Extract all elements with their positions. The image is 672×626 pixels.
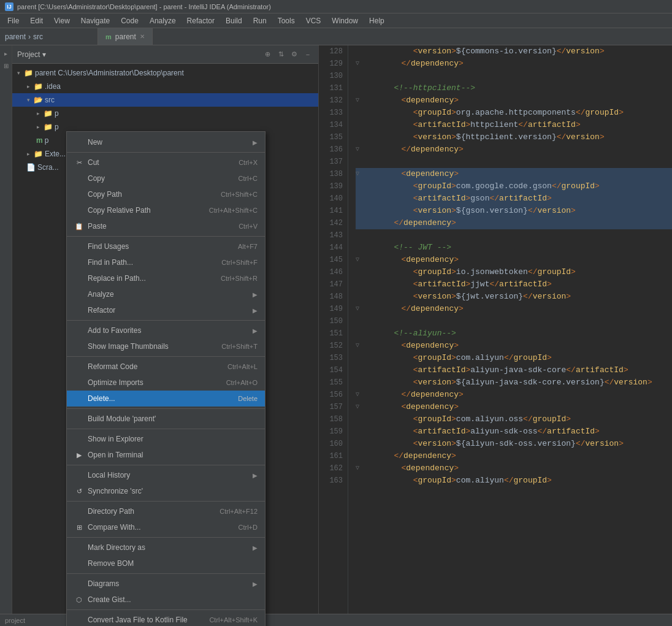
menu-item-view[interactable]: View	[49, 15, 75, 26]
line-num-143: 143	[324, 229, 343, 242]
ctx-mark-directory[interactable]: Mark Directory as ▶	[67, 540, 265, 555]
ctx-diagrams[interactable]: Diagrams ▶	[67, 576, 265, 592]
fold-btn-129[interactable]: ▽	[356, 58, 363, 70]
line-num-163: 163	[324, 475, 343, 487]
ctx-optimize-imports[interactable]: Optimize Imports Ctrl+Alt+O	[67, 375, 265, 391]
menu-item-build[interactable]: Build	[221, 15, 247, 26]
sidebar-close-icon[interactable]: −	[302, 49, 313, 60]
menu-item-refactor[interactable]: Refactor	[182, 15, 220, 26]
menu-item-tools[interactable]: Tools	[273, 15, 300, 26]
ctx-copy-path-shortcut: Ctrl+Shift+C	[221, 191, 258, 198]
ctx-find-usages-label: Find Usages	[88, 242, 238, 251]
ctx-replace-in-path-label: Replace in Path...	[88, 274, 221, 283]
menu-item-help[interactable]: Help	[364, 15, 389, 26]
ctx-convert-java-shortcut: Ctrl+Alt+Shift+K	[209, 616, 258, 624]
ctx-directory-path-label: Directory Path	[88, 507, 220, 516]
ctx-open-terminal[interactable]: ▶ Open in Terminal	[67, 447, 265, 463]
ctx-reformat[interactable]: Reformat Code Ctrl+Alt+L	[67, 359, 265, 375]
fold-btn-162[interactable]: ▽	[356, 462, 363, 475]
ctx-local-history-arrow: ▶	[253, 472, 258, 479]
ctx-analyze[interactable]: Analyze ▶	[67, 286, 265, 302]
ctx-convert-java[interactable]: Convert Java File to Kotlin File Ctrl+Al…	[67, 612, 265, 626]
tree-item-src[interactable]: ▾ 📂 src	[12, 93, 318, 107]
side-strip-btn2[interactable]: ⊞	[1, 60, 12, 71]
breadcrumb-parent[interactable]: parent	[5, 32, 26, 41]
fold-btn-152[interactable]: ▽	[356, 340, 363, 352]
menu-item-vcs[interactable]: VCS	[301, 15, 326, 26]
ctx-compare-with-icon: ⊞	[74, 522, 84, 532]
ctx-refactor[interactable]: Refactor ▶	[67, 302, 265, 318]
ctx-show-in-explorer-icon	[74, 434, 84, 444]
ctx-copy-path[interactable]: Copy Path Ctrl+Shift+C	[67, 186, 265, 202]
sidebar-expand-icon[interactable]: ⇅	[275, 49, 286, 60]
sidebar-locate-icon[interactable]: ⊕	[262, 49, 273, 60]
code-line-136: ▽ </dependency>	[356, 143, 672, 156]
tree-item-root[interactable]: ▾ 📁 parent C:\Users\Administrator\Deskto…	[12, 66, 318, 80]
menu-item-window[interactable]: Window	[327, 15, 363, 26]
menu-item-code[interactable]: Code	[116, 15, 143, 26]
menu-item-run[interactable]: Run	[248, 15, 272, 26]
ctx-local-history[interactable]: Local History ▶	[67, 467, 265, 483]
tree-item-p1[interactable]: ▸ 📁 p	[12, 107, 318, 120]
breadcrumb-src[interactable]: src	[33, 32, 43, 41]
tab-close-button[interactable]: ✕	[140, 33, 145, 40]
ctx-paste-shortcut: Ctrl+V	[239, 223, 258, 230]
ctx-find-in-path[interactable]: Find in Path... Ctrl+Shift+F	[67, 254, 265, 270]
ctx-delete[interactable]: Delete... Delete	[67, 391, 265, 407]
ctx-analyze-arrow: ▶	[253, 291, 258, 298]
ctx-remove-bom[interactable]: Remove BOM	[67, 555, 265, 571]
fold-btn-136[interactable]: ▽	[356, 143, 363, 156]
code-line-134: <artifactId>httpclient</artifactId>	[356, 119, 672, 131]
ctx-directory-path[interactable]: Directory Path Ctrl+Alt+F12	[67, 503, 265, 519]
ctx-local-history-label: Local History	[88, 471, 250, 479]
code-line-159: <artifactId>aliyun-sdk-oss</artifactId>	[356, 426, 672, 438]
code-line-142: </dependency>	[356, 217, 672, 229]
ctx-create-gist[interactable]: ⬡ Create Gist...	[67, 592, 265, 608]
ctx-copy-rel-path[interactable]: Copy Relative Path Ctrl+Alt+Shift+C	[67, 202, 265, 218]
menu-item-edit[interactable]: Edit	[25, 15, 48, 26]
ctx-new[interactable]: New ▶	[67, 134, 265, 150]
ctx-cut-label: Cut	[88, 158, 239, 167]
ctx-copy-label: Copy	[88, 174, 239, 183]
ctx-compare-with[interactable]: ⊞ Compare With... Ctrl+D	[67, 519, 265, 535]
fold-btn-149[interactable]: ▽	[356, 303, 363, 315]
ctx-copy[interactable]: Copy Ctrl+C	[67, 170, 265, 186]
line-num-148: 148	[324, 291, 343, 303]
code-line-145: ▽ <dependency>	[356, 254, 672, 266]
editor-tab-parent[interactable]: m parent ✕	[98, 28, 153, 45]
ctx-show-thumbnails[interactable]: Show Image Thumbnails Ctrl+Shift+T	[67, 338, 265, 354]
fold-btn-145[interactable]: ▽	[356, 254, 363, 266]
sidebar-settings-icon[interactable]: ⚙	[289, 49, 300, 60]
menu-item-analyze[interactable]: Analyze	[145, 15, 181, 26]
code-content[interactable]: <version>${commons-io.version}</version>…	[348, 45, 672, 614]
ctx-build-module[interactable]: Build Module 'parent'	[67, 411, 265, 427]
side-strip-btn1[interactable]: ▸	[1, 48, 12, 59]
ctx-reformat-shortcut: Ctrl+Alt+L	[227, 363, 258, 370]
fold-btn-138[interactable]: ▽	[356, 168, 363, 180]
menu-item-file[interactable]: File	[2, 15, 24, 26]
window-title: parent [C:\Users\Administrator\Desktop\p…	[17, 3, 271, 10]
sidebar-title[interactable]: Project ▾	[17, 50, 258, 59]
ctx-show-thumbnails-icon	[74, 342, 84, 351]
line-num-150: 150	[324, 315, 343, 327]
ctx-synchronize-icon: ↺	[74, 486, 84, 496]
ctx-replace-in-path[interactable]: Replace in Path... Ctrl+Shift+R	[67, 270, 265, 286]
tree-item-idea[interactable]: ▸ 📁 .idea	[12, 80, 318, 93]
ctx-paste[interactable]: 📋 Paste Ctrl+V	[67, 218, 265, 234]
ctx-show-in-explorer[interactable]: Show in Explorer	[67, 431, 265, 447]
fold-btn-157[interactable]: ▽	[356, 401, 363, 413]
ctx-add-favorites[interactable]: Add to Favorites ▶	[67, 323, 265, 338]
line-num-132: 132	[324, 94, 343, 107]
ctx-find-usages[interactable]: Find Usages Alt+F7	[67, 239, 265, 254]
ctx-synchronize[interactable]: ↺ Synchronize 'src'	[67, 483, 265, 499]
code-line-128: <version>${commons-io.version}</version>	[356, 45, 672, 58]
fold-btn-132[interactable]: ▽	[356, 94, 363, 107]
ctx-new-icon	[74, 137, 84, 147]
fold-btn-156[interactable]: ▽	[356, 389, 363, 401]
ctx-reformat-label: Reformat Code	[88, 362, 227, 371]
ctx-replace-in-path-icon	[74, 273, 84, 283]
menu-item-navigate[interactable]: Navigate	[76, 15, 115, 26]
ctx-cut[interactable]: ✂ Cut Ctrl+X	[67, 155, 265, 170]
ctx-build-module-icon	[74, 414, 84, 424]
ctx-analyze-label: Analyze	[88, 290, 250, 299]
